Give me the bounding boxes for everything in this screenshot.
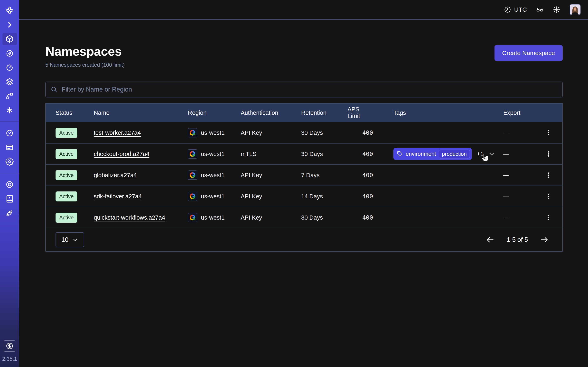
sidebar-item-namespaces[interactable] [2,33,17,45]
theme-toggle-button[interactable] [553,6,560,13]
sidebar: 2.35.1 [0,0,19,367]
aps-cell: 400 [347,214,373,221]
dollar-badge-icon [6,342,14,350]
timer-icon [6,63,14,72]
kebab-icon [545,172,552,179]
kebab-icon [545,214,552,221]
sidebar-item-billing[interactable] [2,141,17,154]
gauge-icon [6,129,14,137]
row-menu-button[interactable] [545,193,552,200]
sidebar-item-integrations[interactable] [2,104,17,117]
namespace-link[interactable]: test-worker.a27a4 [94,129,141,136]
export-cell: — [503,129,534,136]
topbar: UTC [19,0,588,20]
prev-page-button[interactable] [486,235,495,244]
table-row: Active test-worker.a27a4 us-west1 API Ke… [46,122,562,143]
region-label: us-west1 [201,172,225,179]
aps-cell: 400 [347,172,373,179]
kebab-icon [545,193,552,200]
page-size-value: 10 [61,236,68,243]
kebab-icon [545,129,552,136]
tags-cell: environment production +1 [393,148,503,160]
status-badge: Active [56,213,77,223]
sidebar-item-insights[interactable] [2,47,17,59]
col-name: Name [94,109,188,116]
auth-cell: API Key [241,129,301,136]
sidebar-item-schedules[interactable] [2,61,17,74]
namespace-count: 5 Namespaces created (100 limit) [45,62,125,68]
pager: 1-5 of 5 [486,235,549,244]
namespace-link[interactable]: sdk-failover.a27a4 [94,193,142,200]
reader-mode-button[interactable] [536,6,544,13]
gcp-icon [188,128,197,137]
auth-cell: API Key [241,214,301,221]
page-size-select[interactable]: 10 [56,232,84,247]
gcp-icon [188,170,197,180]
col-authentication: Authentication [241,109,301,116]
chevron-down-icon [488,151,495,157]
tag-chip[interactable]: environment production [393,148,472,160]
sidebar-item-deployments[interactable] [2,75,17,88]
sidebar-expand-button[interactable] [2,18,17,31]
retention-cell: 14 Days [301,193,347,200]
billing-card-icon [6,143,14,151]
aps-cell: 400 [347,193,373,200]
table-row: Active sdk-failover.a27a4 us-west1 API K… [46,185,562,207]
gear-icon [6,158,14,166]
life-ring-icon [6,180,14,189]
book-sparkles-icon [6,195,14,203]
sidebar-item-docs[interactable] [2,192,17,205]
table-row: Active globalizer.a27a4 us-west1 API Key… [46,164,562,185]
namespace-link[interactable]: checkout-prod.a27a4 [94,151,149,157]
timezone-label: UTC [514,6,527,13]
avatar-image [570,4,580,15]
retention-cell: 30 Days [301,129,347,136]
layers-icon [6,78,14,86]
next-page-button[interactable] [540,235,549,244]
tag-key: environment [406,151,436,157]
user-avatar[interactable] [570,4,581,15]
create-namespace-button[interactable]: Create Namespace [494,45,563,61]
filter-input[interactable] [61,86,557,93]
col-tags: Tags [393,109,503,116]
row-menu-button[interactable] [545,129,552,136]
gcp-icon [188,213,197,222]
row-menu-button[interactable] [545,214,552,221]
table-row: Active quickstart-workflows.a27a4 us-wes… [46,207,562,228]
row-menu-button[interactable] [545,172,552,179]
sidebar-bottom: 2.35.1 [2,340,17,367]
sidebar-item-usage[interactable] [2,127,17,140]
retention-cell: 7 Days [301,172,347,179]
sidebar-item-support[interactable] [2,178,17,191]
namespaces-table: Status Name Region Authentication Retent… [45,103,563,252]
col-aps-limit: APS Limit [347,106,373,119]
gcp-icon [188,149,197,159]
export-cell: — [503,172,534,179]
auth-cell: mTLS [241,151,301,157]
auth-cell: API Key [241,193,301,200]
cube-icon [6,35,14,43]
main-area: UTC [19,0,588,367]
sidebar-item-settings[interactable] [2,155,17,168]
tags-expand-button[interactable] [488,151,495,157]
glasses-icon [536,6,544,13]
auth-cell: API Key [241,172,301,179]
content: Namespaces 5 Namespaces created (100 lim… [19,20,588,252]
export-cell: — [503,151,534,157]
tags-more-count: +1 [477,151,484,157]
namespace-link[interactable]: quickstart-workflows.a27a4 [94,214,165,221]
clock-icon [504,6,511,13]
sun-icon [553,6,560,13]
sidebar-item-nexus[interactable] [2,90,17,102]
arrow-left-icon [486,235,495,244]
timezone-selector[interactable]: UTC [504,6,527,13]
kebab-icon [545,150,552,157]
sidebar-item-getting-started[interactable] [2,207,17,219]
search-icon [51,86,58,93]
region-label: us-west1 [201,193,225,200]
row-menu-button[interactable] [545,150,552,157]
namespace-link[interactable]: globalizer.a27a4 [94,172,137,178]
export-cell: — [503,214,534,221]
pricing-button[interactable] [4,340,15,352]
col-status: Status [56,109,94,116]
